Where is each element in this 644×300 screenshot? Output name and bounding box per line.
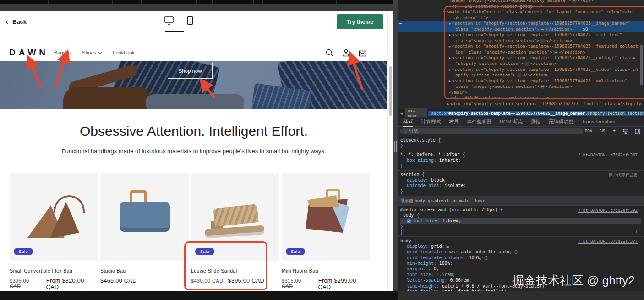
stylesheet-source-link[interactable]: ?_bt=BAh7Bk..d7602ef:367 [578,152,638,158]
new-rule-plus-button[interactable]: + [634,230,638,235]
nav-item-label: Bags [54,50,65,55]
toggle-hover-state-button[interactable]: :hov [584,128,592,133]
product-current-price: From $320.00 CAD [46,278,98,290]
stylesheet-source-link[interactable]: ?_bt=BAh7Bk..d7602ef:392 [578,208,638,213]
css-property[interactable]: margin: ▸ 0; [400,266,641,272]
active-view-underline [165,31,184,32]
devtools-breadcrumb-bar: ◀ us-none section#shopify-section-templa… [398,109,644,118]
devtools-tab-布局[interactable]: 布局 [449,117,459,126]
store-nav: BagsShoesLookbook [54,50,135,55]
breadcrumb-tag: section [431,111,448,116]
product-image [100,173,189,261]
devtools-tab-DOM 断点[interactable]: DOM 断点 [500,117,523,126]
css-property[interactable]: unicode-bidi: isolate; [400,183,641,188]
preview-scrollbar-thumb[interactable] [389,66,392,116]
nav-item-bags[interactable]: Bags [54,50,71,55]
search-icon[interactable] [325,48,334,57]
toggle-class-button[interactable]: .cls [598,128,605,133]
product-image: Sale [282,173,370,261]
window-title-bar [0,4,398,11]
closing-brace: } [400,189,641,194]
back-chevron-icon: ‹ [5,17,8,26]
info-icon: ⓘ [514,250,518,254]
closing-brace: } [400,224,641,230]
back-label: Back [12,18,27,25]
property-checkbox[interactable]: ✓ [407,219,411,223]
screenshot-root: ‹ Back Try theme DAWN BagsShoesLookbook [0,0,644,300]
css-property[interactable]: grid-template-columns: 100%;ⓘ [400,255,641,261]
closing-brace: } [400,163,641,169]
css-property[interactable]: display: grid;▦ [400,244,641,249]
nav-item-shoes[interactable]: Shoes [82,50,102,55]
selected-node-gutter-icon: ⋯ [399,21,402,27]
dom-tree-line[interactable]: header shopify-section-header-sticky ani… [398,0,644,4]
hero-banner: Shop now [0,61,387,109]
product-card[interactable]: SaleMini Naomi Bag$315.00 CADFrom $299.0… [282,173,370,290]
annotation-box-devtools [444,6,644,99]
shop-now-button[interactable]: Shop now [168,63,213,79]
new-style-rule-button[interactable]: + [613,128,616,133]
css-property[interactable]: ✓font-size: 1.6rem; [400,218,641,224]
dom-tree-line-text: ▶<div id="shopify-section-sections--1596… [398,101,641,107]
css-rule: ?_bt=BAh7Bk..d7602ef:367*, *::before, *:… [398,150,644,171]
product-price: $395.00 CADFrom $320.00 CAD [10,278,98,290]
desktop-view-icon[interactable] [164,16,174,25]
info-icon: ⓘ [484,256,488,260]
product-current-price: From $299.00 CAD [318,278,370,290]
back-button[interactable]: ‹ Back [5,17,27,26]
devtools-tab-Transformation[interactable]: Transformation [582,117,616,126]
nav-item-label: Shoes [82,50,96,55]
styles-filter-input[interactable]: ▽ 过滤 [400,128,583,134]
store-logo[interactable]: DAWN [9,48,49,58]
dom-tree-line[interactable]: ▶<div id="shopify-section-sections--1596… [398,101,644,107]
breadcrumb-overflow-icon[interactable]: ▸ [640,112,643,116]
dom-tree-line-text: header shopify-section-header-sticky ani… [398,0,593,4]
product-card[interactable]: Studio Bag$465.00 CAD [100,173,189,284]
nav-item-lookbook[interactable]: Lookbook [113,50,135,55]
product-price: $315.00 CADFrom $299.00 CAD [282,278,370,290]
filter-placeholder: 过滤 [409,129,418,134]
css-property[interactable]: box-sizing: inherit; [400,158,641,163]
devtools-tab-属性[interactable]: 属性 [531,117,541,126]
devtools-tab-bar: 样式计算样式布局事件监听器DOM 断点属性无障碍功能Transformation [398,117,644,127]
preview-scrollbar[interactable] [387,11,393,291]
css-property[interactable]: display: block; [400,177,641,183]
split-handle[interactable] [393,0,398,291]
css-rule: 用户代理样式表section {display: block;unicode-b… [398,171,644,196]
css-property[interactable]: grid-template-rows: auto auto 1fr auto;ⓘ [400,249,641,255]
nav-item-label: Lookbook [113,50,135,55]
css-selector[interactable]: element.style { [400,138,641,143]
chevron-down-icon [98,50,103,54]
product-title[interactable]: Small Convertible Flex Bag [10,268,98,273]
devtools-tab-无障碍功能[interactable]: 无障碍功能 [549,117,574,126]
css-property[interactable]: min-height: 100%; [400,261,641,266]
preview-toolbar: ‹ Back Try theme [0,11,393,35]
devtools-panel: header shopify-section-header-sticky ani… [398,0,644,291]
breadcrumb-back-icon[interactable]: ◀ [400,112,403,116]
try-theme-button[interactable]: Try theme [337,14,383,29]
product-title[interactable]: Studio Bag [100,268,189,273]
dock-side-icon[interactable] [635,129,640,134]
stylesheet-source-link[interactable]: ?_bt=BAh7Bk..d7602ef:377 [578,239,638,244]
css-selector[interactable]: section { [400,172,641,177]
devtools-tab-样式[interactable]: 样式 [403,117,413,127]
closing-brace: } [400,143,641,149]
product-card[interactable]: SaleSmall Convertible Flex Bag$395.00 CA… [10,173,98,290]
user-agent-stylesheet-label: 用户代理样式表 [609,172,638,178]
hero-image-shape [146,94,244,109]
mobile-view-icon[interactable] [187,16,193,25]
grid-editor-icon[interactable]: ▦ [447,244,449,249]
account-icon[interactable] [342,48,350,57]
css-selector: body { [400,213,641,218]
css-rule: element.style {} [398,136,644,150]
inherited-from-label: 继承自 body.gradient.animate--hove [398,196,644,206]
sale-badge: Sale [286,248,305,255]
devtools-tab-事件监听器[interactable]: 事件监听器 [467,117,492,126]
bottom-strip-right [398,291,644,300]
cart-bag-icon[interactable] [358,48,367,57]
rendering-emulation-icon[interactable] [623,129,628,134]
breadcrumb-item-selected[interactable]: section#shopify-section-template--159682… [428,111,644,116]
hero-image-shape [63,87,153,109]
product-title[interactable]: Mini Naomi Bag [282,268,370,273]
devtools-tab-计算样式[interactable]: 计算样式 [421,117,441,126]
